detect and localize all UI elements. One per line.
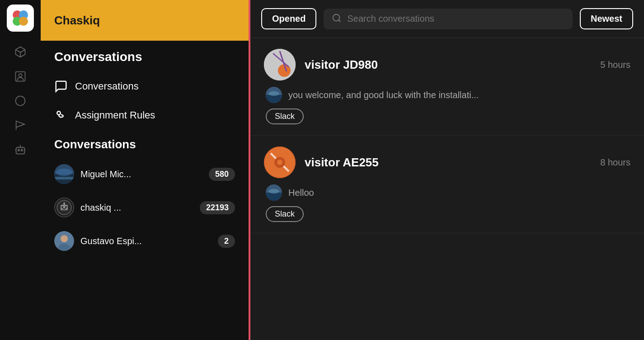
conversation-card-jd980[interactable]: visitor JD980 5 hours you welcome, and g…: [250, 38, 644, 136]
svg-point-6: [16, 96, 25, 106]
gustavo-avatar: [54, 231, 74, 251]
conversations-menu-item[interactable]: Conversations: [50, 73, 240, 99]
sidebar-content: Conversations Conversations Assignment R…: [41, 41, 249, 340]
svg-point-9: [21, 149, 23, 151]
jd980-preview-row: you welcome, and good luck with the inst…: [266, 87, 630, 103]
svg-point-10: [57, 111, 61, 115]
svg-point-5: [19, 74, 22, 77]
svg-point-41: [268, 189, 279, 194]
jd980-name: visitor JD980: [305, 58, 591, 72]
svg-point-18: [65, 206, 67, 208]
sort-newest-button[interactable]: Newest: [580, 8, 633, 29]
ae255-avatar: [264, 146, 296, 178]
chat-nav-icon[interactable]: [9, 90, 32, 112]
conversation-card-ae255[interactable]: visitor AE255 8 hours Helloo Slack: [250, 136, 644, 233]
sidebar: Chaskiq Conversations Conversations Assi…: [41, 0, 249, 340]
ae255-preview-avatar: [266, 184, 282, 201]
jd980-preview-avatar: [266, 87, 282, 103]
svg-rect-21: [64, 202, 65, 203]
jd980-channel-badge: Slack: [266, 109, 304, 124]
svg-rect-40: [266, 193, 282, 201]
main-header: Opened Newest: [250, 0, 644, 38]
miguel-avatar: [54, 164, 74, 184]
svg-rect-32: [266, 95, 282, 103]
main-content: Opened Newest v: [249, 0, 644, 340]
jd980-time: 5 hours: [600, 60, 630, 70]
svg-point-3: [19, 17, 28, 26]
conv-card-header-ae255: visitor AE255 8 hours: [264, 146, 630, 178]
app-logo[interactable]: [7, 5, 34, 32]
jd980-preview-text: you welcome, and good luck with the inst…: [288, 90, 479, 100]
bot-nav-icon[interactable]: [9, 138, 32, 161]
chaskiq-name: chaskiq ...: [80, 203, 193, 213]
assignment-rules-label: Assignment Rules: [75, 109, 155, 121]
svg-point-33: [268, 91, 279, 96]
svg-rect-19: [62, 208, 66, 209]
main-section-title: Conversations: [50, 50, 240, 64]
svg-point-25: [333, 14, 340, 21]
sidebar-header: Chaskiq: [41, 0, 249, 41]
cube-nav-icon[interactable]: [9, 41, 32, 63]
conversations-section: Conversations Miguel Mic... 580: [50, 137, 240, 256]
search-box: [324, 9, 573, 29]
conv-card-header-jd980: visitor JD980 5 hours: [264, 49, 630, 80]
icon-bar: [0, 0, 41, 340]
conversation-item-chaskiq[interactable]: chaskiq ... 22193: [50, 192, 240, 223]
contact-nav-icon[interactable]: [9, 65, 32, 88]
ae255-time: 8 hours: [600, 157, 630, 168]
chat-menu-icon: [54, 80, 68, 93]
svg-rect-14: [54, 177, 74, 179]
ae255-preview-row: Helloo: [266, 184, 630, 201]
ae255-name: visitor AE255: [305, 156, 591, 170]
assignment-menu-icon: [54, 109, 68, 122]
conversation-item-miguel[interactable]: Miguel Mic... 580: [50, 159, 240, 189]
search-icon: [332, 13, 342, 25]
ae255-preview-text: Helloo: [288, 188, 314, 198]
jd980-avatar: [264, 49, 296, 80]
miguel-badge: 580: [209, 168, 235, 181]
chaskiq-avatar: [54, 198, 74, 217]
conversations-section-title: Conversations: [50, 137, 240, 151]
flag-nav-icon[interactable]: [9, 114, 32, 137]
app-title: Chaskiq: [54, 14, 100, 28]
assignment-rules-menu-item[interactable]: Assignment Rules: [50, 102, 240, 128]
svg-point-37: [277, 160, 282, 165]
svg-point-13: [56, 169, 72, 176]
ae255-channel-badge: Slack: [266, 206, 304, 222]
svg-point-23: [61, 235, 68, 242]
svg-point-17: [61, 206, 63, 208]
gustavo-name: Gustavo Espi...: [80, 236, 212, 246]
chaskiq-badge: 22193: [200, 201, 235, 214]
gustavo-badge: 2: [218, 235, 235, 248]
search-input[interactable]: [347, 14, 564, 24]
svg-rect-7: [16, 147, 25, 154]
filter-opened-button[interactable]: Opened: [261, 8, 316, 29]
conversations-menu-label: Conversations: [75, 80, 139, 92]
miguel-name: Miguel Mic...: [80, 169, 202, 179]
svg-point-8: [18, 149, 20, 151]
conversation-item-gustavo[interactable]: Gustavo Espi... 2: [50, 226, 240, 256]
